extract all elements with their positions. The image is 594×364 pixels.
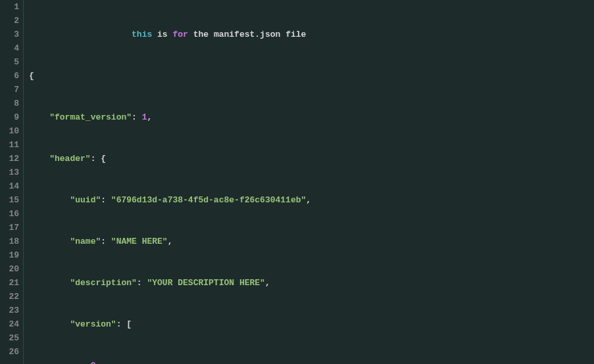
code-line: { — [29, 69, 594, 83]
line-number: 18 — [0, 235, 19, 248]
token-this: this — [132, 30, 152, 39]
code-content[interactable]: this is for the manifest.json file { "fo… — [24, 0, 594, 364]
line-number: 8 — [0, 97, 19, 110]
line-number: 26 — [0, 345, 19, 359]
line-number: 1 — [0, 0, 19, 14]
line-number: 19 — [0, 248, 19, 262]
line-number: 22 — [0, 290, 19, 304]
line-number: 25 — [0, 331, 19, 345]
json-string: "6796d13d-a738-4f5d-ac8e-f26c630411eb" — [111, 195, 306, 205]
token-plain: the manifest.json file — [193, 30, 307, 39]
json-key: "uuid" — [70, 195, 101, 205]
code-line: "version": [ — [29, 317, 594, 331]
token-keyword: for — [172, 30, 187, 39]
line-number: 17 — [0, 221, 19, 235]
code-line: "name": "NAME HERE", — [29, 235, 594, 248]
line-number: 5 — [0, 55, 19, 69]
line-number: 14 — [0, 179, 19, 193]
code-line: "description": "YOUR DESCRIPTION HERE", — [29, 276, 594, 290]
line-number-gutter: 1 2 3 4 5 6 7 8 9 10 11 12 13 14 15 16 1… — [0, 0, 24, 364]
code-line: "format_version": 1, — [29, 110, 594, 124]
line-number: 11 — [0, 138, 19, 152]
code-line: this is for the manifest.json file — [29, 28, 594, 41]
line-number: 20 — [0, 262, 19, 276]
line-number: 12 — [0, 152, 19, 166]
line-number: 13 — [0, 166, 19, 179]
line-number: 4 — [0, 41, 19, 55]
line-number: 3 — [0, 28, 19, 41]
code-line: "uuid": "6796d13d-a738-4f5d-ac8e-f26c630… — [29, 193, 594, 207]
json-string: "YOUR DESCRIPTION HERE" — [147, 278, 264, 288]
json-key: "version" — [70, 319, 116, 329]
line-number: 2 — [0, 14, 19, 28]
line-number: 23 — [0, 304, 19, 317]
line-number: 7 — [0, 83, 19, 97]
line-number: 6 — [0, 69, 19, 83]
line-number: 21 — [0, 276, 19, 290]
code-line: 0, — [29, 359, 594, 364]
json-key: "format_version" — [49, 112, 132, 122]
line-number: 16 — [0, 207, 19, 221]
json-string: "NAME HERE" — [111, 237, 168, 246]
json-key: "header" — [49, 154, 90, 164]
json-key: "description" — [70, 278, 136, 288]
line-number: 24 — [0, 317, 19, 331]
line-number: 10 — [0, 124, 19, 138]
line-number: 9 — [0, 110, 19, 124]
token-plain: is — [157, 30, 168, 39]
code-editor[interactable]: 1 2 3 4 5 6 7 8 9 10 11 12 13 14 15 16 1… — [0, 0, 594, 364]
json-key: "name" — [70, 237, 101, 246]
code-line: "header": { — [29, 152, 594, 166]
line-number: 15 — [0, 193, 19, 207]
